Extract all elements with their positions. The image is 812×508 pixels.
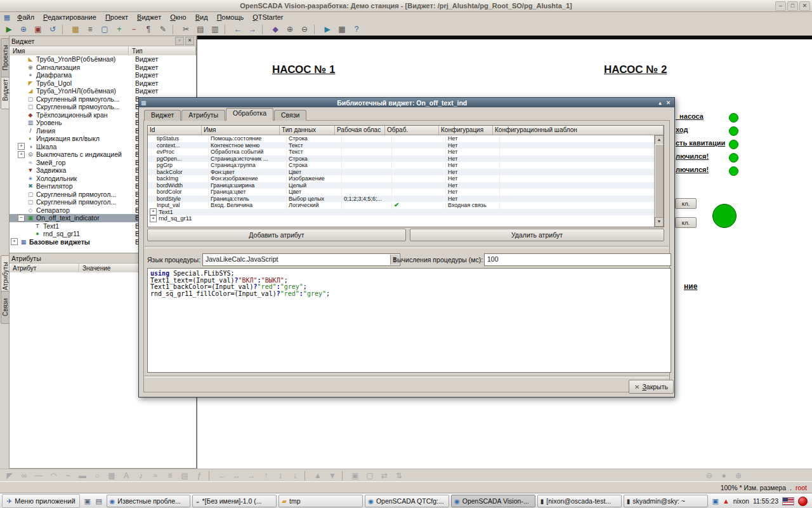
pump-control-button[interactable]: кл. xyxy=(675,217,697,228)
table-column-header[interactable]: Id xyxy=(148,126,202,135)
taskbar-button[interactable]: ▮[nixon@oscada-test... xyxy=(537,495,622,507)
tree-item-Диафрагма[interactable]: ●ДиафрагмаВиджет xyxy=(10,71,196,79)
expander-icon[interactable]: − xyxy=(18,215,25,222)
load-from-db-icon[interactable]: ⊕ xyxy=(16,23,30,36)
procedure-language-select[interactable]: JavaLikeCalc.JavaScript ▲▼ xyxy=(202,253,400,266)
expander-icon[interactable]: + xyxy=(150,215,157,222)
table-column-header[interactable]: Тип данных xyxy=(280,126,335,135)
minimize-icon[interactable]: – xyxy=(775,1,786,11)
add-attribute-button[interactable]: Добавить атрибут xyxy=(147,229,406,241)
expander-icon[interactable]: + xyxy=(18,151,25,158)
delete-attribute-button[interactable]: Удалить атрибут xyxy=(410,229,664,241)
tree-item-Труба_УголНЛ(объёмная)[interactable]: ◢Труба_УголНЛ(объёмная)Виджет xyxy=(10,87,196,95)
taskbar-button[interactable]: ◉Известные пробле... xyxy=(107,495,191,507)
column-header-attribute[interactable]: Атрибут xyxy=(10,264,79,273)
zoom-out-icon[interactable]: ⊖ xyxy=(298,23,311,36)
close-icon[interactable]: ✕ xyxy=(664,100,672,106)
grid-icon[interactable]: ▦ xyxy=(335,23,349,36)
add-widget-icon[interactable]: + xyxy=(112,23,126,36)
lock-screen-icon[interactable]: ▣ xyxy=(82,495,93,507)
paste-icon[interactable]: ▥ xyxy=(208,23,222,36)
attr-row-bordStyle[interactable]: bordStyleГраница:стильВыбор целых0;1;2;3… xyxy=(148,196,655,203)
attr-row-tipStatus[interactable]: tipStatusПомощь:состояниеСтрокаНет xyxy=(148,135,655,142)
run-widget-icon[interactable]: ▶ xyxy=(320,23,334,36)
scroll-up-icon[interactable]: ▲ xyxy=(655,135,664,145)
tree-item-Труба_УголВР(объёмная)[interactable]: ◣Труба_УголВР(объёмная)Виджет xyxy=(10,55,196,64)
table-scrollbar[interactable]: ▲ ▼ xyxy=(654,135,664,227)
display-icon[interactable]: ▣ xyxy=(712,497,719,505)
dialog-tab-Виджет[interactable]: Виджет xyxy=(144,110,181,121)
attr-row-bordWidth[interactable]: bordWidthГраница:ширинаЦелыйНет xyxy=(148,182,655,189)
menu-item[interactable]: Файл xyxy=(13,13,39,22)
pump-control-button[interactable]: кл. xyxy=(675,198,697,209)
dialog-tab-Атрибуты[interactable]: Атрибуты xyxy=(181,110,225,121)
table-column-header[interactable]: Конфигурационный шаблон xyxy=(493,126,664,135)
menu-item[interactable]: QTStarter xyxy=(248,13,287,22)
menu-item[interactable]: Виджет xyxy=(133,13,166,22)
reload-icon[interactable]: ↺ xyxy=(46,23,60,36)
copy-icon[interactable]: ▤ xyxy=(193,23,207,36)
group-row-rnd_sq_gr11[interactable]: +rnd_sq_gr11 xyxy=(148,215,655,222)
attr-row-evProc[interactable]: evProcОбработка событийТекстНет xyxy=(148,149,655,156)
undo-icon[interactable]: ← xyxy=(231,23,245,36)
expander-icon[interactable]: + xyxy=(18,143,25,150)
attr-row-pgOpen...[interactable]: pgOpen...Страница:источник ...СтрокаНет xyxy=(148,156,655,163)
attr-row-backImg[interactable]: backImgФон:изображениеИзображениеНет xyxy=(148,175,655,182)
new-widget-icon[interactable]: ▢ xyxy=(98,23,112,36)
taskbar-button[interactable]: ◉OpenSCADA Vision-... xyxy=(451,495,535,507)
table-column-header[interactable]: Обраб. xyxy=(385,126,439,135)
tree-item-Труба_Ugol[interactable]: ◤Труба_UgolВиджет xyxy=(10,79,196,88)
attr-row-pgGrp[interactable]: pgGrpСтраница:группаСтрокаНет xyxy=(148,162,655,169)
scroll-down-icon[interactable]: ▼ xyxy=(655,217,664,227)
menu-item[interactable]: Вид xyxy=(191,13,213,22)
new-library-icon[interactable]: ▦ xyxy=(69,23,82,36)
keyboard-layout-flag-icon[interactable] xyxy=(782,497,794,505)
widget-properties-icon[interactable]: ¶ xyxy=(141,23,155,36)
attr-row-bordColor[interactable]: bordColorГраница:цветЦветНет xyxy=(148,189,655,196)
dialog-tab-Обработка[interactable]: Обработка xyxy=(226,108,273,121)
close-icon[interactable]: ✕ xyxy=(185,37,194,45)
library-properties-icon[interactable]: ≡ xyxy=(83,23,97,36)
group-row-Text1[interactable]: +Text1 xyxy=(148,209,655,216)
maximize-icon[interactable]: □ xyxy=(787,1,798,11)
table-column-header[interactable]: Конфигурация xyxy=(439,126,493,135)
taskbar-button[interactable]: ◒*[Без имени]-1.0 (... xyxy=(192,495,277,507)
taskbar-button[interactable]: ◉OpenSCADA QTCfg:... xyxy=(365,495,449,507)
edit-widget-icon[interactable]: ✎ xyxy=(156,23,170,36)
applications-menu-button[interactable]: ✈ Меню приложений xyxy=(2,494,80,508)
redo-icon[interactable]: → xyxy=(246,23,259,36)
menu-item[interactable]: Проект xyxy=(101,13,133,22)
run-project-icon[interactable]: ▶ xyxy=(2,23,16,36)
tree-item-Сигнализация[interactable]: ◉СигнализацияВиджет xyxy=(10,64,196,72)
column-header-name[interactable]: Имя xyxy=(10,46,129,56)
show-desktop-icon[interactable]: ▤ xyxy=(93,495,105,507)
app-window-icon[interactable]: ▦ xyxy=(1,13,13,22)
float-icon[interactable]: ▫ xyxy=(175,37,184,45)
save-to-db-icon[interactable]: ▣ xyxy=(31,23,45,36)
taskbar-button[interactable]: ▮skyadmin@sky: ~ xyxy=(624,495,708,507)
expander-icon[interactable]: + xyxy=(150,208,157,215)
taskbar-button[interactable]: ▰tmp xyxy=(278,495,363,507)
clock[interactable]: 11:55:23 xyxy=(753,497,778,505)
help-icon[interactable]: ? xyxy=(350,23,363,36)
warning-icon[interactable]: ▲ xyxy=(723,497,730,505)
column-header-type[interactable]: Тип xyxy=(129,46,196,56)
scroll-thumb[interactable] xyxy=(655,144,664,218)
close-dialog-button[interactable]: ✕ Закрыть xyxy=(629,380,674,394)
attr-row-backColor[interactable]: backColorФон:цветЦветНет xyxy=(148,169,655,176)
cut-icon[interactable]: ✂ xyxy=(179,23,193,36)
delete-widget-icon[interactable]: − xyxy=(127,23,141,36)
attr-row-Input_val[interactable]: Input_valВход. ВеличинаЛогический✔Входна… xyxy=(148,202,655,209)
dialog-titlebar[interactable]: ▦ Библиотечный виджет: On_off_text_ind ▴… xyxy=(139,98,674,107)
calc-period-input[interactable]: 100 xyxy=(484,253,671,266)
menu-item[interactable]: Помощь xyxy=(213,13,249,22)
shade-icon[interactable]: ▴ xyxy=(656,100,664,106)
power-button[interactable] xyxy=(798,497,808,506)
menu-item[interactable]: Окно xyxy=(166,13,191,22)
menu-item[interactable]: Редактирование xyxy=(39,13,101,22)
attr-row-context...[interactable]: context...Контекстное менюТекстНет xyxy=(148,142,655,149)
table-column-header[interactable]: Рабочая облас xyxy=(335,126,385,135)
close-icon[interactable]: ✕ xyxy=(799,1,810,11)
expander-icon[interactable]: + xyxy=(11,238,18,245)
dialog-tab-Связи[interactable]: Связи xyxy=(274,110,306,121)
